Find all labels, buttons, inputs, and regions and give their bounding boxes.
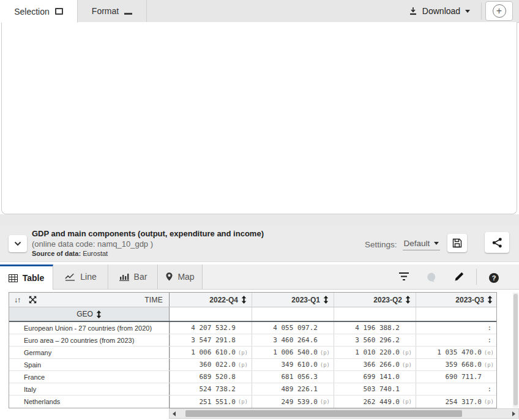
data-cell[interactable]: 3 560 296.2 bbox=[334, 334, 416, 346]
settings-label: Settings: bbox=[365, 240, 397, 249]
data-cell[interactable]: 360 022.0(p) bbox=[170, 359, 252, 370]
data-cell[interactable]: 262 449.0(p) bbox=[334, 396, 416, 408]
edit-button[interactable] bbox=[454, 272, 464, 282]
collapse-selection-button[interactable] bbox=[9, 235, 27, 252]
geo-label[interactable]: European Union - 27 countries (from 2020… bbox=[9, 322, 170, 334]
share-button[interactable] bbox=[485, 232, 509, 253]
source-value: Eurostat bbox=[83, 250, 108, 257]
scroll-left-icon[interactable] bbox=[173, 411, 176, 416]
column-header-label: 2023-Q3 bbox=[455, 296, 484, 304]
data-cell[interactable]: 1 006 540.0(p) bbox=[252, 347, 334, 358]
scrollbar-thumb[interactable] bbox=[185, 410, 462, 417]
download-button[interactable]: Download bbox=[399, 0, 480, 22]
tab-format[interactable]: Format bbox=[78, 0, 147, 22]
vertical-scrollbar[interactable] bbox=[513, 293, 518, 408]
observation-flag: (p) bbox=[318, 350, 330, 356]
settings-dropdown[interactable]: Default bbox=[403, 239, 441, 250]
geo-label[interactable]: Spain bbox=[9, 359, 170, 370]
tab-map[interactable]: Map bbox=[159, 264, 203, 289]
toolbar-divider bbox=[481, 2, 482, 20]
data-cell[interactable]: 1 010 220.0(p) bbox=[334, 347, 416, 358]
tab-line-label: Line bbox=[80, 272, 96, 282]
observation-flag: (p) bbox=[318, 399, 330, 405]
geo-row-empty-cell bbox=[252, 307, 334, 321]
column-header[interactable]: 2023-Q1 bbox=[252, 293, 334, 307]
observation-flag: (p) bbox=[236, 399, 248, 405]
scrollbar-thumb[interactable] bbox=[513, 294, 518, 405]
table-row: Euro area – 20 countries (from 2023)3 54… bbox=[9, 334, 496, 347]
sort-updown-icon bbox=[241, 296, 247, 304]
data-cell[interactable]: 699 141.0 bbox=[334, 371, 416, 383]
data-cell[interactable]: 366 266.0(p) bbox=[334, 359, 416, 370]
save-settings-button[interactable] bbox=[447, 234, 467, 252]
scroll-right-icon[interactable] bbox=[512, 411, 515, 416]
horizontal-scrollbar[interactable] bbox=[169, 408, 519, 419]
table-row: France689 520.8681 056.3699 141.0690 711… bbox=[9, 371, 496, 383]
caret-down-icon bbox=[465, 10, 470, 13]
observation-flag: (p) bbox=[236, 350, 248, 356]
data-cell[interactable]: 1 006 610.0(p) bbox=[170, 347, 252, 358]
data-cell[interactable]: 4 055 097.2 bbox=[252, 322, 334, 334]
table-row: Italy524 738.2489 226.1503 740.1: bbox=[9, 383, 496, 396]
data-cell[interactable]: 681 056.3 bbox=[252, 371, 334, 383]
geo-header-cell[interactable]: GEO bbox=[9, 307, 170, 321]
column-header[interactable]: 2023-Q3 bbox=[416, 293, 498, 307]
data-cell[interactable]: : bbox=[416, 322, 498, 334]
data-cell[interactable]: 4 196 388.2 bbox=[334, 322, 416, 334]
data-cell[interactable]: 349 610.0(p) bbox=[252, 359, 334, 370]
geo-label[interactable]: Italy bbox=[9, 383, 170, 395]
tab-table[interactable]: Table bbox=[0, 264, 53, 290]
download-label: Download bbox=[422, 6, 460, 16]
window-icon bbox=[55, 8, 63, 15]
caret-down-icon bbox=[434, 242, 439, 245]
data-cell[interactable]: 251 551.0(p) bbox=[170, 396, 252, 408]
tab-bar[interactable]: Bar bbox=[109, 264, 158, 289]
expand-table-icon[interactable] bbox=[29, 296, 37, 304]
data-cell[interactable]: 503 740.1 bbox=[334, 383, 416, 395]
data-cell[interactable]: 254 317.0(p) bbox=[416, 396, 498, 408]
data-cell[interactable]: 689 520.8 bbox=[170, 371, 252, 383]
help-icon[interactable]: ? bbox=[489, 273, 499, 283]
time-axis-label: TIME bbox=[144, 296, 163, 304]
filter-button[interactable] bbox=[398, 272, 410, 281]
column-header-label: 2023-Q2 bbox=[373, 296, 402, 304]
observation-flag: (p) bbox=[236, 362, 248, 368]
column-header[interactable]: 2023-Q2 bbox=[334, 293, 416, 307]
minimize-icon bbox=[124, 13, 132, 15]
data-cell[interactable]: 3 460 264.6 bbox=[252, 334, 334, 346]
data-cell[interactable]: : bbox=[416, 334, 498, 346]
data-cell[interactable]: 690 711.7 bbox=[416, 371, 498, 383]
data-cell[interactable]: : bbox=[416, 383, 498, 395]
table-geo-row: GEO bbox=[9, 307, 496, 322]
geo-label[interactable]: Netherlands bbox=[9, 396, 170, 408]
pencil-icon bbox=[454, 272, 464, 282]
comment-icon bbox=[427, 272, 437, 282]
comment-button[interactable] bbox=[427, 272, 437, 282]
data-cell[interactable]: 489 226.1 bbox=[252, 383, 334, 395]
add-dimension-button[interactable]: + bbox=[485, 1, 513, 21]
sort-rows-icon[interactable]: ↓↑ bbox=[14, 296, 20, 304]
panel-gap bbox=[0, 214, 519, 225]
data-cell[interactable]: 3 547 291.8 bbox=[170, 334, 252, 346]
data-cell[interactable]: 524 738.2 bbox=[170, 383, 252, 395]
data-cell[interactable]: 1 035 470.0(e) bbox=[416, 347, 498, 358]
geo-label[interactable]: France bbox=[9, 371, 170, 383]
tab-map-label: Map bbox=[177, 272, 194, 282]
data-cell[interactable]: 4 207 532.9 bbox=[170, 322, 252, 334]
data-cell[interactable]: 249 539.0(p) bbox=[252, 396, 334, 408]
observation-flag: (p) bbox=[400, 362, 412, 368]
line-chart-icon bbox=[65, 273, 75, 281]
data-cell[interactable]: 359 668.0(p) bbox=[416, 359, 498, 370]
plus-circle-icon: + bbox=[493, 4, 506, 18]
column-header[interactable]: 2022-Q4 bbox=[170, 293, 252, 307]
tab-line[interactable]: Line bbox=[54, 264, 108, 289]
tab-format-label: Format bbox=[92, 6, 119, 16]
column-header-label: 2023-Q1 bbox=[291, 296, 320, 304]
chevron-down-icon bbox=[14, 241, 21, 246]
tab-selection[interactable]: Selection bbox=[0, 0, 78, 23]
geo-row-empty-cell bbox=[334, 307, 416, 321]
sort-updown-icon bbox=[487, 296, 493, 304]
column-header-label: 2022-Q4 bbox=[209, 296, 238, 304]
geo-label[interactable]: Germany bbox=[9, 347, 170, 358]
geo-label[interactable]: Euro area – 20 countries (from 2023) bbox=[9, 334, 170, 346]
